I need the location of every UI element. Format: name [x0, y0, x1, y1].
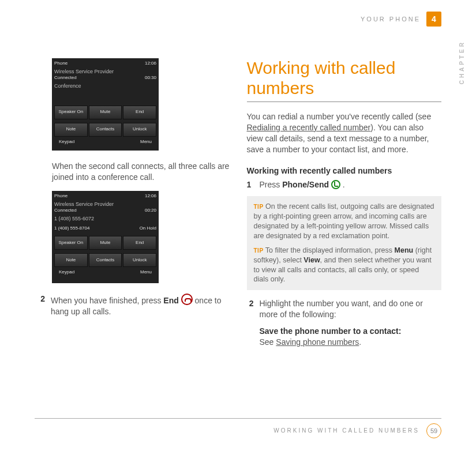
shot1-btn-unlock: Unlock	[123, 123, 156, 137]
shot2-timer: 00:20	[145, 208, 156, 214]
left-step2-a: When you have finished, press	[51, 296, 163, 305]
shot1-provider: Wireless Service Provider	[54, 68, 156, 75]
footer-rule	[35, 418, 441, 419]
shot1-btn-mute: Mute	[89, 106, 122, 119]
shot2-line2-left: 1 (408) 555-8704	[54, 226, 89, 232]
shot2-provider: Wireless Service Provider	[54, 201, 156, 208]
shot1-soft-left: Keypad	[59, 139, 74, 145]
running-head: YOUR PHONE	[361, 15, 421, 24]
link-saving-numbers[interactable]: Saving phone numbers	[276, 337, 359, 347]
shot1-connected: Connected	[54, 75, 77, 81]
shot2-btn-note: Note	[54, 253, 88, 267]
save-contact-block: Save the phone number to a contact: See …	[260, 326, 442, 348]
shot2-connected: Connected	[54, 208, 77, 214]
right-column: Working with called numbers You can redi…	[247, 58, 442, 348]
shot1-conference: Conference	[54, 82, 156, 89]
step1-a: Press	[260, 180, 283, 189]
phone-send-icon	[331, 180, 340, 189]
sub-heading: Working with recently called numbers	[247, 166, 442, 176]
tip-box: TIP On the recent calls list, outgoing c…	[247, 196, 442, 290]
phone-send-label: Phone/Send	[282, 180, 329, 189]
shot2-line2-right: On Hold	[140, 226, 156, 232]
save-contact-heading: Save the phone number to a contact:	[260, 326, 402, 336]
shot2-soft-right: Menu	[140, 269, 152, 276]
left-column: Phone 12:06 Wireless Service Provider Co…	[35, 58, 230, 348]
shot1-btn-end: End	[123, 106, 156, 119]
tip1-label: TIP	[254, 204, 264, 210]
shot2-btn-speaker: Speaker On	[54, 236, 88, 250]
right-step1-text: Press Phone/Send .	[260, 179, 345, 190]
footer-section-title: WORKING WITH CALLED NUMBERS	[273, 427, 419, 435]
end-icon	[181, 294, 193, 305]
shot1-soft-right: Menu	[140, 139, 152, 145]
page-number-badge: 59	[426, 423, 441, 438]
phone-screenshot-conference: Phone 12:06 Wireless Service Provider Co…	[52, 58, 159, 151]
shot2-btn-end: End	[123, 236, 156, 250]
end-key-label: End	[163, 296, 178, 305]
tip1-text: On the recent calls list, outgoing calls…	[254, 202, 434, 240]
right-step2-number: 2	[247, 298, 254, 320]
menu-key-label: Menu	[395, 246, 414, 254]
tip2-a: To filter the displayed information, pre…	[265, 246, 395, 254]
left-step2-text: When you have finished, press End once t…	[51, 294, 230, 317]
title-rule	[247, 102, 442, 102]
shot2-soft-left: Keypad	[59, 269, 74, 276]
shot2-clock: 12:06	[145, 193, 156, 200]
right-step2-text: Highlight the number you want, and do on…	[260, 298, 442, 320]
save-b: .	[359, 337, 361, 347]
shot2-line1: 1 (408) 555-6072	[54, 215, 156, 222]
tip2-label: TIP	[254, 247, 264, 254]
shot1-title: Phone	[54, 61, 68, 67]
intro-paragraph: You can redial a number you've recently …	[247, 111, 442, 155]
shot2-btn-contacts: Contacts	[89, 253, 122, 267]
left-step2-number: 2	[35, 294, 45, 317]
phone-screenshot-hold: Phone 12:06 Wireless Service Provider Co…	[52, 191, 159, 283]
save-a: See	[260, 337, 276, 347]
view-option-label: View	[303, 256, 320, 264]
intro-a: You can redial a number you've recently …	[247, 112, 432, 121]
shot1-timer: 00:30	[145, 75, 156, 81]
conference-explain: When the second call connects, all three…	[52, 161, 230, 183]
shot1-btn-contacts: Contacts	[89, 123, 122, 137]
shot2-btn-unlock: Unlock	[123, 253, 156, 267]
right-step1-number: 1	[247, 179, 254, 190]
link-redialing[interactable]: Redialing a recently called number	[247, 123, 371, 132]
shot2-title: Phone	[54, 193, 68, 200]
shot2-btn-mute: Mute	[89, 236, 122, 250]
chapter-number-badge: 4	[426, 12, 441, 27]
shot1-btn-note: Note	[54, 123, 88, 137]
section-title: Working with called numbers	[247, 58, 442, 98]
shot1-btn-speaker: Speaker On	[54, 106, 88, 119]
shot1-clock: 12:06	[145, 61, 156, 67]
step1-b: .	[340, 180, 345, 189]
chapter-label-vertical: CHAPTER	[458, 40, 466, 84]
